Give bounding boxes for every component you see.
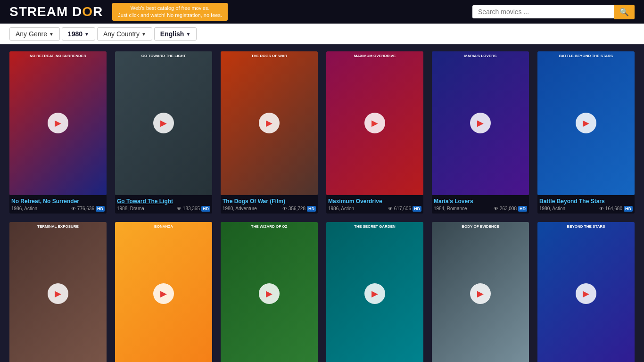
movie-card[interactable]: NO RETREAT, NO SURRENDER▶No Retreat, No … bbox=[9, 51, 107, 214]
play-button[interactable]: ▶ bbox=[48, 283, 68, 304]
movie-card[interactable]: MARIA'S LOVERS▶Maria's Lovers1984, Roman… bbox=[432, 51, 529, 214]
logo: STREAM DOR bbox=[9, 4, 103, 19]
movie-card[interactable]: BATTLE BEYOND THE STARS▶Battle Beyond Th… bbox=[537, 51, 635, 214]
view-icon: 👁 bbox=[599, 206, 604, 211]
play-button[interactable]: ▶ bbox=[364, 283, 385, 304]
movie-card[interactable]: TERMINAL EXPOSURE▶Terminal Exposure1987,… bbox=[9, 222, 107, 362]
movie-poster: THE WIZARD OF OZ▶ bbox=[221, 222, 318, 362]
poster-title-overlay: BONANZA bbox=[117, 224, 210, 229]
play-button[interactable]: ▶ bbox=[153, 113, 174, 133]
movie-year-genre: 1986, Action bbox=[11, 206, 37, 211]
play-button[interactable]: ▶ bbox=[48, 113, 68, 133]
movie-title[interactable]: Go Toward The Light bbox=[117, 198, 210, 205]
movie-meta: 1986, Action👁776,636HD bbox=[11, 206, 105, 212]
movie-year-genre: 1980, Adventure bbox=[223, 206, 257, 211]
play-button[interactable]: ▶ bbox=[576, 283, 596, 304]
movie-poster: NO RETREAT, NO SURRENDER▶ bbox=[9, 51, 107, 195]
movie-meta: 1986, Action👁617,606HD bbox=[328, 206, 421, 212]
view-icon: 👁 bbox=[388, 206, 393, 211]
movie-year-genre: 1984, Romance bbox=[434, 206, 467, 211]
view-count: 617,606 bbox=[394, 206, 411, 211]
play-button[interactable]: ▶ bbox=[576, 113, 596, 133]
language-filter[interactable]: English ▼ bbox=[154, 27, 197, 41]
tagline-line2: Just click and watch! No registration, n… bbox=[118, 12, 222, 19]
movie-views-hd: 👁776,636HD bbox=[71, 206, 105, 212]
view-icon: 👁 bbox=[282, 206, 287, 211]
movie-title: The Dogs Of War (Film) bbox=[223, 198, 316, 205]
tagline-line1: Web's best catalog of free movies. bbox=[118, 5, 222, 12]
hd-badge: HD bbox=[413, 206, 421, 212]
movie-info: Go Toward The Light1988, Drama👁183,365HD bbox=[115, 195, 212, 214]
movie-meta: 1980, Adventure👁356,728HD bbox=[223, 206, 316, 212]
movie-card[interactable]: GO TOWARD THE LIGHT▶Go Toward The Light1… bbox=[115, 51, 212, 214]
genre-arrow: ▼ bbox=[49, 32, 54, 37]
poster-title-overlay: NO RETREAT, NO SURRENDER bbox=[12, 54, 104, 58]
movies-grid-row1: NO RETREAT, NO SURRENDER▶No Retreat, No … bbox=[9, 51, 635, 214]
play-button[interactable]: ▶ bbox=[364, 113, 385, 133]
view-icon: 👁 bbox=[71, 206, 76, 211]
play-button[interactable]: ▶ bbox=[470, 283, 491, 304]
view-count: 356,728 bbox=[289, 206, 305, 211]
poster-title-overlay: THE SECRET GARDEN bbox=[329, 224, 421, 229]
view-count: 776,636 bbox=[77, 206, 94, 211]
year-arrow: ▼ bbox=[84, 32, 89, 37]
movies-section: NO RETREAT, NO SURRENDER▶No Retreat, No … bbox=[0, 44, 644, 362]
movie-card[interactable]: MAXIMUM OVERDRIVE▶Maximum Overdrive1986,… bbox=[326, 51, 423, 214]
movie-year-genre: 1980, Action bbox=[539, 206, 565, 211]
hd-badge: HD bbox=[624, 206, 633, 212]
year-filter[interactable]: 1980 ▼ bbox=[62, 27, 95, 41]
movie-poster: BONANZA▶ bbox=[115, 222, 212, 362]
movie-views-hd: 👁263,008HD bbox=[494, 206, 527, 212]
movie-meta: 1988, Drama👁183,365HD bbox=[117, 206, 210, 212]
view-count: 164,680 bbox=[605, 206, 622, 211]
hd-badge: HD bbox=[96, 206, 105, 212]
movie-info: Battle Beyond The Stars1980, Action👁164,… bbox=[537, 195, 635, 214]
movie-poster: GO TOWARD THE LIGHT▶ bbox=[115, 51, 212, 195]
poster-title-overlay: THE DOGS OF WAR bbox=[223, 54, 315, 58]
movie-card[interactable]: BONANZA▶Bonanza: The Next Generation1988… bbox=[115, 222, 212, 362]
header: STREAM DOR Web's best catalog of free mo… bbox=[0, 0, 644, 24]
movie-card[interactable]: BEYOND THE STARS▶Beyond The Stars1989, D… bbox=[537, 222, 635, 362]
movie-card[interactable]: THE SECRET GARDEN▶The Secret Garden1987,… bbox=[326, 222, 423, 362]
search-area: 🔍 bbox=[472, 5, 635, 19]
movie-views-hd: 👁164,680HD bbox=[599, 206, 633, 212]
movie-views-hd: 👁356,728HD bbox=[282, 206, 316, 212]
movie-card[interactable]: THE DOGS OF WAR▶The Dogs Of War (Film)19… bbox=[221, 51, 318, 214]
play-button[interactable]: ▶ bbox=[470, 113, 491, 133]
poster-title-overlay: BODY OF EVIDENCE bbox=[434, 224, 527, 229]
play-button[interactable]: ▶ bbox=[259, 113, 280, 133]
hd-badge: HD bbox=[201, 206, 210, 212]
movie-poster: THE SECRET GARDEN▶ bbox=[326, 222, 423, 362]
play-button[interactable]: ▶ bbox=[259, 283, 280, 304]
movie-card[interactable]: THE WIZARD OF OZ▶The Wizard of Oz1990, A… bbox=[221, 222, 318, 362]
movie-poster: MAXIMUM OVERDRIVE▶ bbox=[326, 51, 423, 195]
logo-highlight: O bbox=[82, 4, 93, 19]
country-arrow: ▼ bbox=[141, 32, 146, 37]
filter-bar: Any Genre ▼ 1980 ▼ Any Country ▼ English… bbox=[0, 24, 644, 44]
movie-title: Maria's Lovers bbox=[434, 198, 527, 205]
poster-title-overlay: TERMINAL EXPOSURE bbox=[12, 224, 104, 229]
poster-title-overlay: MARIA'S LOVERS bbox=[434, 54, 527, 58]
poster-title-overlay: BEYOND THE STARS bbox=[540, 224, 632, 229]
search-input[interactable] bbox=[472, 5, 614, 18]
country-filter[interactable]: Any Country ▼ bbox=[97, 27, 152, 41]
movie-year-genre: 1986, Action bbox=[328, 206, 354, 211]
movie-views-hd: 👁183,365HD bbox=[177, 206, 210, 212]
search-button[interactable]: 🔍 bbox=[614, 5, 635, 19]
movie-poster: BODY OF EVIDENCE▶ bbox=[432, 222, 529, 362]
view-icon: 👁 bbox=[494, 206, 498, 211]
movies-grid-row2: TERMINAL EXPOSURE▶Terminal Exposure1987,… bbox=[9, 222, 635, 362]
play-button[interactable]: ▶ bbox=[153, 283, 174, 304]
movie-poster: TERMINAL EXPOSURE▶ bbox=[9, 222, 107, 362]
poster-title-overlay: BATTLE BEYOND THE STARS bbox=[540, 54, 632, 58]
movie-info: No Retreat, No Surrender1986, Action👁776… bbox=[9, 195, 107, 214]
movie-card[interactable]: BODY OF EVIDENCE▶Body of Evidence1992, T… bbox=[432, 222, 529, 362]
movie-year-genre: 1988, Drama bbox=[117, 206, 144, 211]
movie-info: Maria's Lovers1984, Romance👁263,008HD bbox=[432, 195, 529, 214]
hd-badge: HD bbox=[307, 206, 316, 212]
movie-title: Battle Beyond The Stars bbox=[539, 198, 633, 205]
language-arrow: ▼ bbox=[186, 32, 190, 37]
hd-badge: HD bbox=[518, 206, 527, 212]
genre-filter[interactable]: Any Genre ▼ bbox=[9, 27, 60, 41]
movie-info: Maximum Overdrive1986, Action👁617,606HD bbox=[326, 195, 423, 214]
